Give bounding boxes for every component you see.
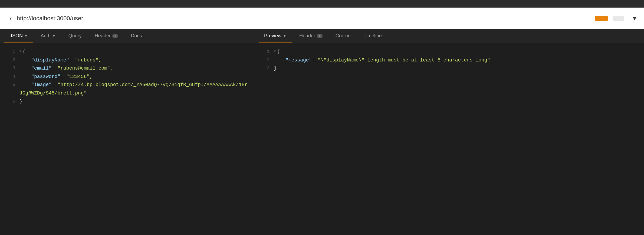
tab-label-cookie: Cookie [336,33,351,39]
response-meta: ▼ [587,15,638,22]
url-left: ▼ [6,15,587,22]
method-dropdown-arrow: ▼ [9,16,12,21]
tab-label-timeline: Timeline [364,33,382,39]
line-number: 1 [259,48,270,56]
tab-query[interactable]: Query [63,29,87,43]
line-number: 2 [259,56,270,64]
code-line: 5 "image": "http://4.bp.blogspot.com/_YA… [0,81,254,97]
line-content: "email": "rubens@email.com", [19,64,249,73]
tab-badge-header: 6 [317,34,323,38]
line-content: "image": "http://4.bp.blogspot.com/_YA50… [19,81,249,97]
line-number: 3 [259,64,270,72]
tab-cookie[interactable]: Cookie [330,29,356,43]
tab-arrow-json: ▼ [24,34,28,38]
left-tabs-bar: JSON▼Auth▼QueryHeader1Docs [0,29,254,43]
tab-arrow-preview: ▼ [283,34,286,38]
line-content: } [19,97,249,106]
line-content: "password": "123456", [19,73,249,81]
tab-label-docs: Docs [131,33,142,39]
line-number: 6 [4,97,15,105]
request-code-area[interactable]: 1▼{2 "displayName": "rubens",3 "email": … [0,43,254,235]
line-number: 1 [4,48,15,56]
tab-label-json: JSON [10,33,23,39]
tab-auth[interactable]: Auth▼ [35,29,61,43]
code-line: 1▼{ [0,48,254,56]
code-line: 2 "displayName": "rubens", [0,56,254,64]
code-line: 4 "password": "123456", [0,73,254,81]
tab-label-header: Header [95,33,111,39]
main-content: JSON▼Auth▼QueryHeader1Docs 1▼{2 "display… [0,29,644,235]
code-line: 3} [254,64,644,73]
line-number: 3 [4,64,15,72]
line-number: 4 [4,73,15,80]
line-content: "message": "\"displayName\" length must … [274,56,640,64]
url-input[interactable] [17,15,565,22]
line-collapse-arrow[interactable]: ▼ [274,48,276,54]
tab-timeline[interactable]: Timeline [358,29,387,43]
tab-label-query: Query [68,33,82,39]
code-line: 6} [0,97,254,106]
url-bar: ▼ ▼ [0,8,644,29]
tab-arrow-auth: ▼ [52,34,55,38]
line-content: } [274,64,640,73]
line-content: { [22,48,249,56]
response-code-area[interactable]: 1▼{2 "message": "\"displayName\" length … [254,43,644,235]
time-badge [613,16,624,21]
method-selector[interactable]: ▼ [6,16,12,21]
just-now-selector[interactable]: ▼ [629,15,638,22]
code-line: 2 "message": "\"displayName\" length mus… [254,56,644,64]
left-panel: JSON▼Auth▼QueryHeader1Docs 1▼{2 "display… [0,29,254,235]
tab-header[interactable]: Header1 [89,29,123,43]
line-content: { [277,48,640,56]
tab-docs[interactable]: Docs [126,29,147,43]
tab-header[interactable]: Header6 [294,29,328,43]
tab-preview[interactable]: Preview▼ [259,29,292,43]
just-now-arrow: ▼ [632,15,638,22]
code-line: 1▼{ [254,48,644,56]
tab-label-header: Header [299,33,315,39]
tab-label-preview: Preview [264,33,281,39]
line-collapse-arrow[interactable]: ▼ [19,48,21,54]
tab-json[interactable]: JSON▼ [4,29,33,43]
right-tabs-bar: Preview▼Header6CookieTimeline [254,29,644,43]
line-content: "displayName": "rubens", [19,56,249,64]
right-panel: Preview▼Header6CookieTimeline 1▼{2 "mess… [254,29,644,235]
status-badge [595,16,608,21]
tab-badge-header: 1 [112,34,118,38]
line-number: 5 [4,81,15,89]
code-line: 3 "email": "rubens@email.com", [0,64,254,73]
line-number: 2 [4,56,15,64]
tab-label-auth: Auth [41,33,51,39]
title-bar [0,0,644,8]
